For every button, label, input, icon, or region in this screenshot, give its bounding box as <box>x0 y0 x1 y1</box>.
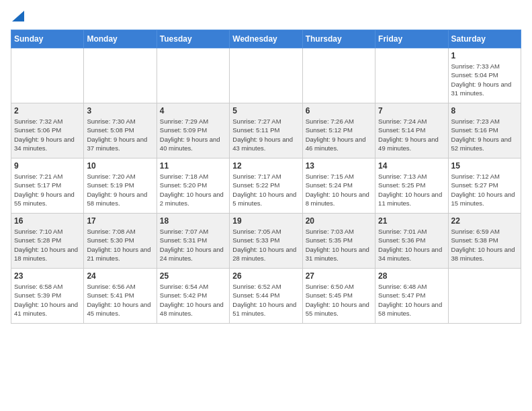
calendar-cell: 15Sunrise: 7:12 AM Sunset: 5:27 PM Dayli… <box>448 158 521 214</box>
day-info: Sunrise: 7:07 AM Sunset: 5:31 PM Dayligh… <box>160 227 226 263</box>
calendar-week-2: 2Sunrise: 7:32 AM Sunset: 5:06 PM Daylig… <box>11 103 521 158</box>
svg-marker-0 <box>12 11 24 21</box>
calendar-cell: 18Sunrise: 7:07 AM Sunset: 5:31 PM Dayli… <box>157 214 229 269</box>
day-number: 23 <box>14 271 81 281</box>
day-info: Sunrise: 6:50 AM Sunset: 5:45 PM Dayligh… <box>306 282 372 318</box>
day-info: Sunrise: 7:32 AM Sunset: 5:06 PM Dayligh… <box>14 117 81 152</box>
day-header-saturday: Saturday <box>448 30 521 48</box>
day-header-thursday: Thursday <box>302 30 375 48</box>
calendar-cell: 20Sunrise: 7:03 AM Sunset: 5:35 PM Dayli… <box>302 214 375 269</box>
day-number: 21 <box>378 216 445 226</box>
day-number: 27 <box>306 271 372 281</box>
calendar-cell <box>84 48 157 103</box>
day-info: Sunrise: 7:13 AM Sunset: 5:25 PM Dayligh… <box>378 172 445 208</box>
calendar-cell: 10Sunrise: 7:20 AM Sunset: 5:19 PM Dayli… <box>84 158 157 214</box>
day-number: 1 <box>451 51 518 60</box>
calendar-cell: 8Sunrise: 7:23 AM Sunset: 5:16 PM Daylig… <box>448 103 521 158</box>
calendar-cell: 3Sunrise: 7:30 AM Sunset: 5:08 PM Daylig… <box>84 103 157 158</box>
day-number: 7 <box>378 106 445 116</box>
calendar-cell <box>302 48 375 103</box>
calendar-week-4: 16Sunrise: 7:10 AM Sunset: 5:28 PM Dayli… <box>11 214 521 269</box>
day-number: 26 <box>232 271 299 281</box>
calendar-cell: 17Sunrise: 7:08 AM Sunset: 5:30 PM Dayli… <box>84 214 157 269</box>
day-info: Sunrise: 7:05 AM Sunset: 5:33 PM Dayligh… <box>232 227 299 263</box>
day-number: 15 <box>451 161 518 171</box>
calendar-week-1: 1Sunrise: 7:33 AM Sunset: 5:04 PM Daylig… <box>11 48 521 103</box>
day-header-tuesday: Tuesday <box>157 30 229 48</box>
calendar-cell: 6Sunrise: 7:26 AM Sunset: 5:12 PM Daylig… <box>302 103 375 158</box>
day-number: 14 <box>378 161 445 171</box>
day-info: Sunrise: 7:21 AM Sunset: 5:17 PM Dayligh… <box>14 172 81 208</box>
day-number: 12 <box>232 161 299 171</box>
day-number: 10 <box>87 161 153 171</box>
calendar-cell: 2Sunrise: 7:32 AM Sunset: 5:06 PM Daylig… <box>11 103 84 158</box>
day-info: Sunrise: 7:18 AM Sunset: 5:20 PM Dayligh… <box>160 172 226 208</box>
day-info: Sunrise: 7:15 AM Sunset: 5:24 PM Dayligh… <box>306 172 372 208</box>
calendar-cell <box>375 48 448 103</box>
day-info: Sunrise: 6:52 AM Sunset: 5:44 PM Dayligh… <box>232 282 299 318</box>
logo <box>11 11 24 24</box>
calendar-cell: 12Sunrise: 7:17 AM Sunset: 5:22 PM Dayli… <box>230 158 302 214</box>
calendar-cell: 9Sunrise: 7:21 AM Sunset: 5:17 PM Daylig… <box>11 158 84 214</box>
day-header-wednesday: Wednesday <box>230 30 302 48</box>
calendar-week-5: 23Sunrise: 6:58 AM Sunset: 5:39 PM Dayli… <box>11 269 521 324</box>
day-info: Sunrise: 6:54 AM Sunset: 5:42 PM Dayligh… <box>160 282 226 318</box>
day-number: 16 <box>14 216 81 226</box>
day-info: Sunrise: 7:08 AM Sunset: 5:30 PM Dayligh… <box>87 227 153 263</box>
day-number: 20 <box>306 216 372 226</box>
day-info: Sunrise: 7:27 AM Sunset: 5:11 PM Dayligh… <box>232 117 299 152</box>
day-info: Sunrise: 7:01 AM Sunset: 5:36 PM Dayligh… <box>378 227 445 263</box>
day-info: Sunrise: 7:24 AM Sunset: 5:14 PM Dayligh… <box>378 117 445 152</box>
calendar-week-3: 9Sunrise: 7:21 AM Sunset: 5:17 PM Daylig… <box>11 158 521 214</box>
calendar-cell: 7Sunrise: 7:24 AM Sunset: 5:14 PM Daylig… <box>375 103 448 158</box>
day-number: 13 <box>306 161 372 171</box>
calendar-cell: 25Sunrise: 6:54 AM Sunset: 5:42 PM Dayli… <box>157 269 229 324</box>
day-info: Sunrise: 7:20 AM Sunset: 5:19 PM Dayligh… <box>87 172 153 208</box>
calendar-cell: 26Sunrise: 6:52 AM Sunset: 5:44 PM Dayli… <box>230 269 302 324</box>
day-number: 28 <box>378 271 445 281</box>
day-number: 22 <box>451 216 518 226</box>
day-header-sunday: Sunday <box>11 30 84 48</box>
calendar-table: SundayMondayTuesdayWednesdayThursdayFrid… <box>11 30 521 324</box>
day-number: 17 <box>87 216 153 226</box>
calendar-cell: 21Sunrise: 7:01 AM Sunset: 5:36 PM Dayli… <box>375 214 448 269</box>
logo-icon <box>12 11 24 21</box>
day-info: Sunrise: 7:33 AM Sunset: 5:04 PM Dayligh… <box>451 62 518 97</box>
calendar-cell: 16Sunrise: 7:10 AM Sunset: 5:28 PM Dayli… <box>11 214 84 269</box>
calendar-cell: 4Sunrise: 7:29 AM Sunset: 5:09 PM Daylig… <box>157 103 229 158</box>
day-number: 8 <box>451 106 518 116</box>
day-number: 24 <box>87 271 153 281</box>
calendar-header-row: SundayMondayTuesdayWednesdayThursdayFrid… <box>11 30 521 48</box>
day-number: 6 <box>306 106 372 116</box>
day-number: 19 <box>232 216 299 226</box>
day-number: 11 <box>160 161 226 171</box>
calendar-cell <box>157 48 229 103</box>
calendar-cell: 19Sunrise: 7:05 AM Sunset: 5:33 PM Dayli… <box>230 214 302 269</box>
day-number: 18 <box>160 216 226 226</box>
day-info: Sunrise: 6:48 AM Sunset: 5:47 PM Dayligh… <box>378 282 445 318</box>
day-info: Sunrise: 6:59 AM Sunset: 5:38 PM Dayligh… <box>451 227 518 263</box>
calendar-cell: 14Sunrise: 7:13 AM Sunset: 5:25 PM Dayli… <box>375 158 448 214</box>
day-info: Sunrise: 7:10 AM Sunset: 5:28 PM Dayligh… <box>14 227 81 263</box>
day-info: Sunrise: 7:12 AM Sunset: 5:27 PM Dayligh… <box>451 172 518 208</box>
calendar-cell: 1Sunrise: 7:33 AM Sunset: 5:04 PM Daylig… <box>448 48 521 103</box>
calendar-cell: 13Sunrise: 7:15 AM Sunset: 5:24 PM Dayli… <box>302 158 375 214</box>
calendar-cell: 23Sunrise: 6:58 AM Sunset: 5:39 PM Dayli… <box>11 269 84 324</box>
calendar-cell: 27Sunrise: 6:50 AM Sunset: 5:45 PM Dayli… <box>302 269 375 324</box>
day-header-monday: Monday <box>84 30 157 48</box>
calendar-cell: 28Sunrise: 6:48 AM Sunset: 5:47 PM Dayli… <box>375 269 448 324</box>
day-info: Sunrise: 6:58 AM Sunset: 5:39 PM Dayligh… <box>14 282 81 318</box>
calendar-cell: 24Sunrise: 6:56 AM Sunset: 5:41 PM Dayli… <box>84 269 157 324</box>
day-info: Sunrise: 7:23 AM Sunset: 5:16 PM Dayligh… <box>451 117 518 152</box>
calendar-cell: 5Sunrise: 7:27 AM Sunset: 5:11 PM Daylig… <box>230 103 302 158</box>
day-number: 4 <box>160 106 226 116</box>
day-info: Sunrise: 7:30 AM Sunset: 5:08 PM Dayligh… <box>87 117 153 152</box>
day-number: 3 <box>87 106 153 116</box>
calendar-cell <box>230 48 302 103</box>
calendar-cell <box>448 269 521 324</box>
day-number: 5 <box>232 106 299 116</box>
day-number: 9 <box>14 161 81 171</box>
day-info: Sunrise: 7:03 AM Sunset: 5:35 PM Dayligh… <box>306 227 372 263</box>
page-header <box>11 11 521 24</box>
day-info: Sunrise: 7:26 AM Sunset: 5:12 PM Dayligh… <box>306 117 372 152</box>
